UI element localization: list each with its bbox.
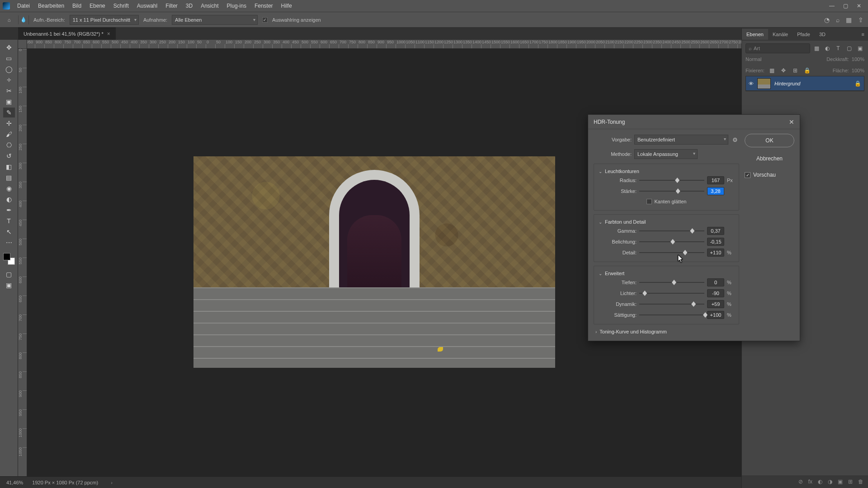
vibrance-value[interactable]: +59 bbox=[707, 300, 724, 308]
healing-brush-tool[interactable]: ✢ bbox=[3, 118, 15, 128]
gradient-tool[interactable]: ▤ bbox=[3, 173, 15, 183]
layer-mask-icon[interactable]: ◐ bbox=[818, 479, 822, 485]
menu-edit[interactable]: Bearbeiten bbox=[34, 1, 68, 11]
blend-mode-dropdown[interactable]: Normal bbox=[745, 56, 824, 62]
menu-image[interactable]: Bild bbox=[69, 1, 85, 11]
ruler-horizontal[interactable]: 9509008508007507006506005505004504003503… bbox=[27, 40, 741, 49]
method-dropdown[interactable]: Lokale Anpassung bbox=[634, 149, 698, 159]
exposure-slider[interactable] bbox=[639, 239, 704, 245]
filter-shape-icon[interactable]: ▢ bbox=[844, 44, 854, 53]
window-maximize[interactable]: ▢ bbox=[839, 1, 852, 10]
frame-tool[interactable]: ▣ bbox=[3, 97, 15, 107]
gamma-value[interactable]: 0,37 bbox=[707, 227, 724, 235]
menu-help[interactable]: Hilfe bbox=[278, 1, 296, 11]
smooth-edges-checkbox[interactable] bbox=[646, 199, 652, 204]
lock-artboard-icon[interactable]: ⊞ bbox=[791, 66, 800, 75]
highlight-slider[interactable] bbox=[639, 290, 704, 296]
blur-tool[interactable]: ◉ bbox=[3, 183, 15, 193]
show-sampling-ring-checkbox[interactable]: ✓ bbox=[262, 17, 268, 23]
foreground-color-swatch[interactable] bbox=[3, 253, 10, 260]
move-tool[interactable]: ✥ bbox=[3, 42, 15, 52]
document-tab[interactable]: Unbenannt-1 bei 41,5% (RGB/32*) * × bbox=[18, 28, 116, 40]
crop-tool[interactable]: ✂ bbox=[3, 86, 15, 96]
eraser-tool[interactable]: ◧ bbox=[3, 162, 15, 172]
panel-menu-icon[interactable]: ≡ bbox=[858, 32, 868, 37]
filter-type-icon[interactable]: T bbox=[834, 44, 843, 53]
preview-checkbox[interactable]: ✓ bbox=[745, 172, 750, 178]
close-icon[interactable]: × bbox=[107, 31, 110, 37]
layer-fx-icon[interactable]: fx bbox=[808, 479, 812, 485]
group-icon[interactable]: ▣ bbox=[838, 479, 843, 485]
menu-filter[interactable]: Filter bbox=[162, 1, 181, 11]
home-icon[interactable]: ⌂ bbox=[5, 15, 14, 24]
preset-gear-icon[interactable]: ⚙ bbox=[731, 136, 739, 143]
document-info[interactable]: 1920 Px × 1080 Px (72 ppcm) bbox=[32, 480, 98, 485]
pen-tool[interactable]: ✒ bbox=[3, 205, 15, 215]
opacity-value[interactable]: 100% bbox=[852, 56, 864, 62]
saturation-value[interactable]: +100 bbox=[707, 311, 724, 319]
vibrance-slider[interactable] bbox=[639, 301, 704, 307]
menu-type[interactable]: Schrift bbox=[110, 1, 132, 11]
preset-dropdown[interactable]: Benutzerdefiniert bbox=[634, 135, 728, 145]
filter-pixel-icon[interactable]: ▦ bbox=[812, 44, 821, 53]
lock-icon[interactable]: 🔒 bbox=[854, 80, 861, 87]
ruler-origin[interactable] bbox=[18, 40, 27, 49]
dodge-tool[interactable]: ◐ bbox=[3, 194, 15, 204]
filter-adjust-icon[interactable]: ◐ bbox=[823, 44, 832, 53]
brush-tool[interactable]: 🖌 bbox=[3, 129, 15, 139]
exposure-value[interactable]: -0,15 bbox=[707, 238, 724, 246]
lasso-tool[interactable]: ◯ bbox=[3, 64, 15, 74]
tab-3d[interactable]: 3D bbox=[815, 29, 830, 40]
dialog-titlebar[interactable]: HDR-Tonung ✕ bbox=[588, 115, 800, 129]
tab-layers[interactable]: Ebenen bbox=[742, 29, 768, 40]
window-minimize[interactable]: — bbox=[826, 1, 838, 10]
fill-value[interactable]: 100% bbox=[852, 68, 864, 73]
saturation-slider[interactable] bbox=[639, 312, 704, 318]
new-layer-icon[interactable]: ⊞ bbox=[848, 479, 853, 485]
path-select-tool[interactable]: ↖ bbox=[3, 227, 15, 237]
trash-icon[interactable]: 🗑 bbox=[858, 479, 863, 485]
radius-value[interactable]: 167 bbox=[707, 176, 724, 184]
radius-slider[interactable] bbox=[639, 177, 704, 183]
section-advanced-header[interactable]: ⌄ Erweitert bbox=[599, 271, 735, 276]
menu-3d[interactable]: 3D bbox=[182, 1, 196, 11]
adjustment-layer-icon[interactable]: ◑ bbox=[828, 479, 832, 485]
layer-row-background[interactable]: 👁 Hintergrund 🔒 bbox=[746, 76, 864, 91]
menu-plugins[interactable]: Plug-ins bbox=[223, 1, 250, 11]
strength-slider[interactable] bbox=[639, 188, 704, 194]
eyedropper-icon[interactable]: 💧 bbox=[18, 15, 29, 24]
highlight-value[interactable]: -90 bbox=[707, 289, 724, 297]
sample-source-dropdown[interactable]: Alle Ebenen bbox=[172, 15, 258, 25]
eyedropper-tool[interactable]: ✎ bbox=[3, 108, 15, 117]
ok-button[interactable]: OK bbox=[745, 134, 794, 147]
section-tone-detail-header[interactable]: ⌄ Farbton und Detail bbox=[599, 219, 735, 225]
layer-thumbnail[interactable] bbox=[757, 78, 771, 89]
ellipsis-tool[interactable]: ⋯ bbox=[3, 238, 15, 248]
quick-mask-tool[interactable]: ▢ bbox=[3, 269, 15, 279]
status-info-caret[interactable]: › bbox=[111, 480, 113, 485]
lock-position-icon[interactable]: ✥ bbox=[779, 66, 788, 75]
history-brush-tool[interactable]: ↺ bbox=[3, 151, 15, 161]
strength-value[interactable]: 3,28 bbox=[707, 187, 724, 195]
share-icon[interactable]: ⇪ bbox=[858, 16, 863, 23]
cloud-icon[interactable]: ◔ bbox=[824, 16, 830, 23]
tab-paths[interactable]: Pfade bbox=[793, 29, 815, 40]
menu-select[interactable]: Auswahl bbox=[133, 1, 161, 11]
section-edgeglow-header[interactable]: ⌄ Leuchtkonturen bbox=[599, 169, 735, 174]
shadow-slider[interactable] bbox=[639, 279, 704, 286]
detail-value[interactable]: +110 bbox=[707, 249, 724, 257]
detail-slider[interactable] bbox=[639, 249, 704, 256]
zoom-level[interactable]: 41,46% bbox=[6, 480, 23, 485]
gamma-slider[interactable] bbox=[639, 228, 704, 234]
color-swatches[interactable] bbox=[3, 253, 15, 265]
layer-filter-dropdown[interactable]: Art bbox=[745, 43, 810, 53]
shadow-value[interactable]: 0 bbox=[707, 278, 724, 286]
lock-pixels-icon[interactable]: ▦ bbox=[767, 66, 776, 75]
link-layers-icon[interactable]: ⊘ bbox=[798, 479, 803, 485]
layer-name[interactable]: Hintergrund bbox=[774, 81, 800, 86]
search-icon[interactable]: ⌕ bbox=[836, 16, 840, 23]
menu-view[interactable]: Ansicht bbox=[197, 1, 222, 11]
window-close[interactable]: ✕ bbox=[853, 1, 865, 10]
menu-window[interactable]: Fenster bbox=[251, 1, 277, 11]
dialog-close-icon[interactable]: ✕ bbox=[789, 118, 794, 126]
